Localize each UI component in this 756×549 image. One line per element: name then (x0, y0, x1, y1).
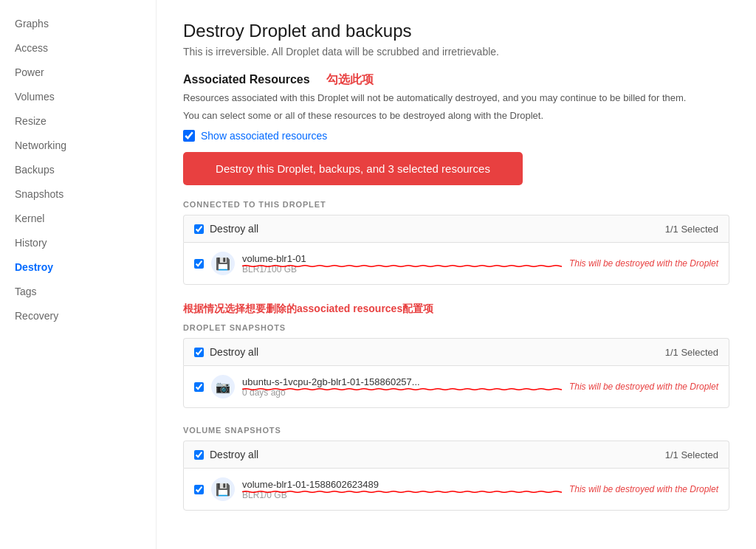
droplet-snapshots-item-row-0: 📷 ubuntu-s-1vcpu-2gb-blr1-01-158860257..… (183, 365, 729, 408)
volume-snapshots-item-name-0: volume-blr1-01-1588602623489 (242, 479, 562, 490)
sidebar-item-tags[interactable]: Tags (0, 280, 156, 304)
volume-snapshots-section: VOLUME SNAPSHOTS Destroy all 1/1 Selecte… (183, 426, 729, 511)
main-content: Destroy Droplet and backups This is irre… (157, 0, 756, 549)
volume-snapshots-label: VOLUME SNAPSHOTS (183, 426, 729, 435)
annotation-check: 勾选此项 (326, 73, 374, 86)
sidebar-item-access[interactable]: Access (0, 36, 156, 61)
sidebar-item-kernel[interactable]: Kernel (0, 207, 156, 231)
destroy-button[interactable]: Destroy this Droplet, backups, and 3 sel… (183, 152, 523, 185)
sidebar-item-snapshots[interactable]: Snapshots (0, 182, 156, 207)
droplet-snapshots-section: DROPLET SNAPSHOTS Destroy all 1/1 Select… (183, 323, 729, 408)
sidebar-item-networking[interactable]: Networking (0, 134, 156, 158)
droplet-snapshots-header-left: Destroy all (194, 346, 258, 358)
sidebar-item-volumes[interactable]: Volumes (0, 85, 156, 109)
volume-snapshots-header-left: Destroy all (194, 449, 258, 460)
annotation-resources: 根据情况选择想要删除的associated resources配置项 (183, 303, 729, 316)
connected-item-status-0: This will be destroyed with the Droplet (569, 258, 718, 269)
connected-header-row: Destroy all 1/1 Selected (183, 215, 729, 242)
volume-icon-0: 💾 (211, 252, 235, 275)
connected-destroy-all-label: Destroy all (210, 223, 258, 235)
sidebar: GraphsAccessPowerVolumesResizeNetworking… (0, 0, 157, 549)
connected-droplet-section: CONNECTED TO THIS DROPLET Destroy all 1/… (183, 200, 729, 285)
snapshot-icon-0: 📷 (211, 375, 235, 398)
connected-header-left: Destroy all (194, 223, 258, 235)
vol-snapshot-icon-0: 💾 (211, 477, 235, 501)
volume-snapshots-item-row-0: 💾 volume-blr1-01-1588602623489 BLR1/0 GB… (183, 468, 729, 511)
connected-item-checkbox-0[interactable] (194, 259, 204, 269)
connected-item-info-0: volume-blr1-01 BLR1/100 GB (242, 253, 562, 274)
connected-item-name-0: volume-blr1-01 (242, 253, 562, 264)
droplet-snapshots-label: DROPLET SNAPSHOTS (183, 323, 729, 332)
droplet-snapshots-destroy-all-label: Destroy all (210, 346, 258, 358)
show-associated-link[interactable]: Show associated resources (201, 130, 327, 142)
volume-snapshots-item-checkbox-0[interactable] (194, 485, 204, 494)
droplet-snapshots-destroy-all-checkbox[interactable] (194, 348, 204, 357)
volume-snapshots-destroy-all-checkbox[interactable] (194, 450, 204, 460)
associated-resources-title: Associated Resources (183, 73, 310, 86)
volume-snapshots-header-row: Destroy all 1/1 Selected (183, 441, 729, 468)
volume-snapshots-item-info-0: volume-blr1-01-1588602623489 BLR1/0 GB (242, 479, 562, 500)
droplet-snapshots-item-name-0: ubuntu-s-1vcpu-2gb-blr1-01-158860257... (242, 376, 562, 387)
show-associated-checkbox[interactable] (183, 130, 195, 142)
sidebar-item-destroy[interactable]: Destroy (0, 255, 156, 280)
volume-snapshots-selected-count: 1/1 Selected (665, 449, 718, 460)
associated-resources-desc2: You can select some or all of these reso… (183, 108, 729, 123)
sidebar-item-resize[interactable]: Resize (0, 109, 156, 134)
droplet-snapshots-item-status-0: This will be destroyed with the Droplet (569, 381, 718, 392)
page-subtitle: This is irreversible. All Droplet data w… (183, 46, 729, 58)
droplet-snapshots-header-row: Destroy all 1/1 Selected (183, 338, 729, 365)
associated-resources-desc1: Resources associated with this Droplet w… (183, 91, 729, 106)
connected-item-row-0: 💾 volume-blr1-01 BLR1/100 GB This will b… (183, 242, 729, 285)
volume-snapshots-item-status-0: This will be destroyed with the Droplet (569, 484, 718, 494)
sidebar-item-backups[interactable]: Backups (0, 158, 156, 182)
show-associated-checkbox-row[interactable]: Show associated resources (183, 130, 729, 142)
sidebar-item-graphs[interactable]: Graphs (0, 12, 156, 36)
droplet-snapshots-selected-count: 1/1 Selected (665, 347, 718, 358)
connected-destroy-all-checkbox[interactable] (194, 224, 204, 234)
connected-droplet-label: CONNECTED TO THIS DROPLET (183, 200, 729, 209)
droplet-snapshots-item-checkbox-0[interactable] (194, 382, 204, 392)
connected-selected-count: 1/1 Selected (665, 224, 718, 235)
sidebar-item-power[interactable]: Power (0, 61, 156, 85)
droplet-snapshots-item-info-0: ubuntu-s-1vcpu-2gb-blr1-01-158860257... … (242, 376, 562, 398)
sidebar-item-recovery[interactable]: Recovery (0, 304, 156, 328)
sidebar-item-history[interactable]: History (0, 231, 156, 255)
page-title: Destroy Droplet and backups (183, 21, 729, 41)
volume-snapshots-destroy-all-label: Destroy all (210, 449, 258, 460)
